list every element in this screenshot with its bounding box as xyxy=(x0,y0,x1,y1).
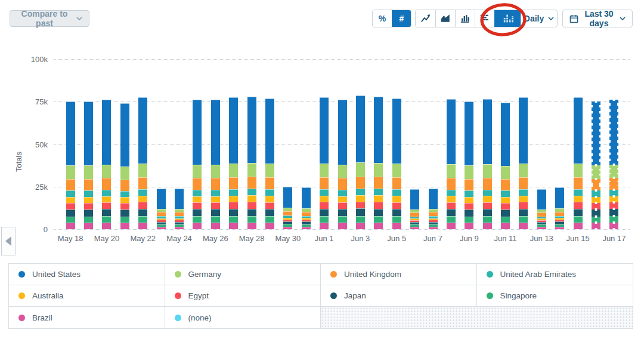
segment-united-arab-emirates xyxy=(193,190,202,196)
count-mode-button[interactable]: # xyxy=(392,10,411,27)
bar-may-31[interactable] xyxy=(302,187,311,229)
segment-germany xyxy=(193,165,202,178)
bar-jun-2[interactable] xyxy=(338,100,347,229)
segment-united-kingdom xyxy=(302,212,311,216)
bar-jun-4[interactable] xyxy=(374,97,383,229)
segment-singapore xyxy=(592,217,600,223)
segment-australia xyxy=(501,197,510,203)
bar-may-28[interactable] xyxy=(247,97,256,229)
bar-jun-13[interactable] xyxy=(537,189,546,229)
bar-jun-1[interactable] xyxy=(320,97,329,229)
segment-united-kingdom xyxy=(609,178,618,189)
legend-item-none[interactable]: (none) xyxy=(165,307,321,328)
line-chart-button[interactable] xyxy=(416,10,435,27)
bar-may-27[interactable] xyxy=(229,97,238,229)
bar-jun-7[interactable] xyxy=(429,189,438,229)
segment-australia xyxy=(265,196,274,202)
x-axis-ticks: May 18May 20May 22May 24May 26May 28May … xyxy=(61,234,623,245)
bar-jun-16[interactable] xyxy=(592,101,600,229)
legend-dot-united-states xyxy=(18,271,25,278)
bar-jun-14[interactable] xyxy=(555,187,564,229)
bar-may-19[interactable] xyxy=(84,101,93,229)
bar-may-22[interactable] xyxy=(138,97,147,229)
segment-brazil xyxy=(574,223,583,229)
segment-brazil xyxy=(211,223,220,229)
bar-may-18[interactable] xyxy=(66,101,75,229)
y-axis-ticks: 025k50k75k100k xyxy=(23,59,48,229)
bar-may-25[interactable] xyxy=(193,100,202,229)
segment-united-states xyxy=(338,100,347,164)
bar-jun-11[interactable] xyxy=(501,103,510,229)
legend-empty-cell xyxy=(321,307,633,328)
interval-dropdown[interactable]: Daily xyxy=(521,10,558,27)
segment-singapore xyxy=(501,217,510,223)
bar-jun-5[interactable] xyxy=(392,98,401,229)
legend-dot-none xyxy=(175,315,181,321)
percent-mode-button[interactable]: % xyxy=(373,10,392,27)
bar-slot xyxy=(405,59,423,229)
segment-brazil xyxy=(102,223,111,229)
date-range-dropdown[interactable]: Last 30 days xyxy=(562,10,633,27)
bar-may-21[interactable] xyxy=(120,103,129,229)
legend-item-united-arab-emirates[interactable]: United Arab Emirates xyxy=(477,264,633,285)
segment-united-states xyxy=(320,97,329,163)
segment-germany xyxy=(247,163,256,177)
legend-item-egypt[interactable]: Egypt xyxy=(165,285,321,307)
bar-may-26[interactable] xyxy=(211,100,220,229)
segment-australia xyxy=(592,197,600,203)
segment-united-kingdom xyxy=(465,179,473,190)
segment-united-kingdom xyxy=(102,178,111,189)
segment-egypt xyxy=(447,202,456,209)
segment-australia xyxy=(447,196,456,202)
segment-germany xyxy=(483,164,492,178)
segment-egypt xyxy=(374,202,383,209)
bar-slot xyxy=(243,59,261,229)
segment-egypt xyxy=(229,202,238,208)
bar-jun-9[interactable] xyxy=(465,101,473,229)
bar-may-24[interactable] xyxy=(175,189,184,229)
legend-item-brazil[interactable]: Brazil xyxy=(9,307,165,328)
bar-chart-button[interactable] xyxy=(455,10,475,27)
bar-may-30[interactable] xyxy=(283,187,292,229)
segment-united-arab-emirates xyxy=(592,190,600,197)
segment-united-kingdom xyxy=(84,179,93,190)
segment-germany xyxy=(120,167,129,180)
legend-item-australia[interactable]: Australia xyxy=(9,285,165,307)
segment-australia xyxy=(356,195,365,202)
bar-may-20[interactable] xyxy=(102,100,111,229)
stacked-horizontal-bar-button[interactable] xyxy=(475,10,494,27)
segment-united-states xyxy=(175,189,184,209)
legend-item-singapore[interactable]: Singapore xyxy=(477,285,633,307)
bar-jun-17[interactable] xyxy=(609,100,618,229)
bar-may-29[interactable] xyxy=(265,98,274,229)
segment-germany xyxy=(574,164,583,177)
legend-dot-united-kingdom xyxy=(330,271,337,278)
x-tick-label-jun-3: Jun 3 xyxy=(351,234,370,243)
bar-jun-10[interactable] xyxy=(483,99,492,229)
bar-slot xyxy=(442,59,460,229)
legend-item-germany[interactable]: Germany xyxy=(165,264,321,285)
bar-jun-8[interactable] xyxy=(447,99,456,229)
segment-germany xyxy=(84,165,93,178)
segment-united-kingdom xyxy=(120,180,129,191)
bar-slot xyxy=(333,59,351,229)
segment-brazil xyxy=(229,223,238,229)
x-tick-slot: Jun 5 xyxy=(388,234,405,245)
bar-jun-15[interactable] xyxy=(574,97,583,229)
area-chart-button[interactable] xyxy=(435,10,455,27)
legend-item-japan[interactable]: Japan xyxy=(321,285,477,307)
bar-jun-12[interactable] xyxy=(519,97,528,229)
panel-collapse-button[interactable] xyxy=(1,227,16,255)
legend-item-united-kingdom[interactable]: United Kingdom xyxy=(321,264,477,285)
bar-jun-3[interactable] xyxy=(356,95,365,229)
segment-united-states xyxy=(483,99,492,164)
segment-australia xyxy=(66,197,75,203)
compare-to-past-button[interactable]: Compare to past xyxy=(10,10,89,27)
segment-brazil xyxy=(592,223,600,229)
bar-jun-6[interactable] xyxy=(410,189,419,229)
bar-may-23[interactable] xyxy=(157,189,166,229)
stacked-column-chart-button[interactable] xyxy=(494,10,521,27)
legend-item-united-states[interactable]: United States xyxy=(9,264,165,285)
segment-united-states xyxy=(138,97,147,163)
segment-brazil xyxy=(519,223,528,229)
